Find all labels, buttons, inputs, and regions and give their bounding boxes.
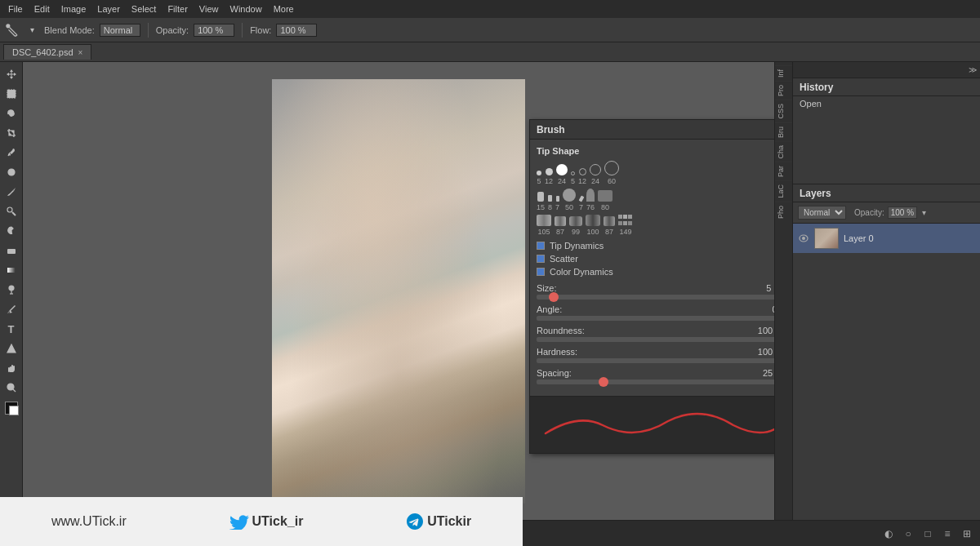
menu-layer[interactable]: Layer (92, 2, 125, 16)
menu-filter[interactable]: Filter (163, 2, 192, 16)
tab-close-button[interactable]: × (78, 48, 83, 57)
tip-shape-item[interactable]: 99 (569, 216, 582, 236)
side-tab-par[interactable]: Par (775, 162, 792, 180)
background-color[interactable] (9, 406, 19, 415)
tip-shape-label: Tip Shape (537, 146, 774, 156)
gradient-tool[interactable] (2, 261, 20, 279)
tip-shape-item[interactable]: 7 (555, 196, 559, 211)
menu-file[interactable]: File (3, 2, 28, 16)
tip-shape-item[interactable]: 8 (548, 195, 552, 211)
dodge-tool[interactable] (2, 281, 20, 299)
blend-mode-label: Blend Mode: (44, 25, 95, 35)
svg-line-12 (13, 389, 16, 392)
panel-collapse-bar: ≫ (793, 62, 980, 78)
tip-shape-item[interactable]: 60 (604, 161, 619, 185)
color-dynamics-checkbox[interactable] (537, 268, 545, 276)
menu-select[interactable]: Select (127, 2, 162, 16)
color-dynamics-option[interactable]: Color Dynamics (537, 267, 774, 277)
menu-window[interactable]: Window (225, 2, 267, 16)
tip-shape-item[interactable]: 5 (537, 171, 541, 185)
collapse-icon[interactable]: ≫ (969, 65, 977, 74)
angle-value: 0 ° (742, 304, 774, 314)
side-tab-lac[interactable]: LaC (775, 180, 792, 202)
move-tool[interactable] (2, 65, 20, 83)
watermark-twitter: UTick_ir (229, 513, 304, 530)
zoom-tool[interactable] (2, 379, 20, 397)
healing-tool[interactable] (2, 163, 20, 181)
tip-dynamics-option[interactable]: Tip Dynamics (537, 241, 774, 251)
history-items: Open (793, 96, 980, 111)
bottom-icon-5[interactable]: ⊞ (960, 527, 973, 540)
tip-shape-item[interactable]: 87 (555, 216, 566, 236)
scatter-option[interactable]: Scatter (537, 254, 774, 264)
side-tab-pro[interactable]: Pro (775, 81, 792, 100)
layer-row[interactable]: Layer 0 (793, 224, 980, 253)
tip-shape-item[interactable]: 12 (545, 168, 553, 185)
angle-slider[interactable] (537, 316, 774, 321)
spacing-slider[interactable] (537, 380, 774, 384)
shape-tool[interactable] (2, 340, 20, 357)
hand-tool[interactable] (2, 359, 20, 377)
blend-mode-value[interactable]: Normal (100, 24, 140, 37)
menu-edit[interactable]: Edit (29, 2, 55, 16)
hardness-slider-row: Hardness: 100 % (537, 347, 774, 363)
roundness-slider[interactable] (537, 337, 774, 342)
tip-shape-item[interactable]: 15 (537, 192, 545, 211)
tip-dynamics-checkbox[interactable] (537, 242, 545, 250)
bottom-icon-4[interactable]: ≡ (941, 527, 954, 540)
size-slider[interactable] (537, 295, 774, 300)
menu-more[interactable]: More (269, 2, 299, 16)
clone-stamp-tool[interactable] (2, 202, 20, 220)
layers-opacity-value[interactable]: 100 % (888, 206, 917, 219)
layer-visibility-icon[interactable] (798, 233, 809, 244)
roundness-slider-row: Roundness: 100 % (537, 326, 774, 342)
svg-rect-6 (7, 249, 16, 254)
side-tab-inf[interactable]: Inf (775, 65, 792, 81)
eraser-tool[interactable] (2, 242, 20, 260)
layers-opacity-arrow[interactable]: ▾ (922, 208, 926, 217)
pen-tool[interactable] (2, 300, 20, 318)
tip-shape-item[interactable]: 12 (578, 168, 586, 185)
side-tab-cha[interactable]: Cha (775, 141, 792, 162)
opacity-value[interactable]: 100 % (194, 24, 234, 37)
tip-shape-item[interactable]: 80 (598, 190, 612, 211)
brush-tool[interactable] (2, 183, 20, 201)
tip-shape-item[interactable]: 105 (537, 215, 551, 236)
eyedropper-tool[interactable] (2, 144, 20, 162)
tip-shape-item[interactable]: 76 (586, 189, 595, 211)
flow-value[interactable]: 100 % (276, 24, 317, 37)
tip-shape-item[interactable]: 5 (571, 171, 575, 185)
bottom-icon-2[interactable]: ○ (902, 527, 915, 540)
text-tool[interactable]: T (2, 320, 20, 338)
side-tab-pho[interactable]: Pho (775, 202, 792, 222)
tip-shape-item[interactable]: 50 (563, 189, 576, 211)
history-brush-tool[interactable] (2, 222, 20, 240)
menu-image[interactable]: Image (56, 2, 91, 16)
watermark: www.UTick.ir UTick_ir UTickir (0, 497, 523, 546)
hardness-slider[interactable] (537, 358, 774, 363)
lasso-tool[interactable] (2, 104, 20, 122)
document-tab[interactable]: DSC_6402.psd × (3, 44, 91, 60)
svg-point-14 (802, 237, 805, 240)
scatter-checkbox[interactable] (537, 255, 545, 263)
bottom-icon-3[interactable]: □ (921, 527, 934, 540)
crop-tool[interactable] (2, 124, 20, 142)
tip-shape-item[interactable]: 7 (579, 196, 583, 211)
layers-blend-mode[interactable]: Normal (798, 206, 846, 220)
tip-shape-item[interactable]: 24 (590, 164, 601, 185)
tip-shape-item[interactable]: 87 (604, 216, 615, 236)
foreground-color[interactable] (5, 402, 18, 415)
canvas[interactable] (272, 79, 525, 504)
side-tab-css[interactable]: CSS (775, 100, 792, 122)
tip-shape-item[interactable]: 100 (586, 215, 600, 236)
selection-tool[interactable] (2, 85, 20, 103)
telegram-icon (406, 513, 424, 530)
bottom-icon-1[interactable]: ◐ (882, 527, 895, 540)
history-item-open[interactable]: Open (793, 96, 980, 111)
spacing-label: Spacing: (537, 368, 572, 378)
tip-shape-item[interactable]: 24 (556, 164, 568, 185)
tip-shape-item[interactable]: 149 (618, 215, 633, 236)
side-tab-bru[interactable]: Bru (775, 122, 792, 141)
menu-view[interactable]: View (194, 2, 224, 16)
brush-panel: Brush Tip Shape 5 12 24 5 12 24 60 (529, 119, 774, 454)
